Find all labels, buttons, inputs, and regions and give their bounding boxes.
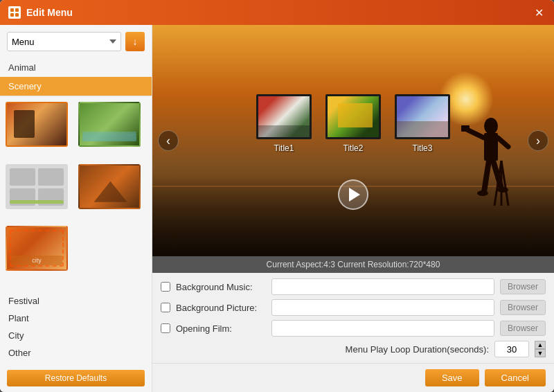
loop-spinner: ▲ ▼ [535, 341, 546, 357]
background-picture-browser-btn[interactable]: Browser [500, 300, 546, 315]
background-picture-input[interactable] [271, 299, 494, 316]
background-picture-row: Background Picture: Browser [161, 299, 546, 316]
close-button[interactable]: ✕ [532, 6, 546, 19]
extra-category-other[interactable]: Other [0, 344, 152, 362]
preview-thumb-3: Title3 [395, 94, 450, 153]
opening-film-browser-btn[interactable]: Browser [500, 321, 546, 336]
svg-rect-7 [461, 125, 470, 132]
edit-menu-dialog: Edit Menu ✕ Menu ↓ Animal Scenery [0, 0, 554, 392]
loop-duration-label: Menu Play Loop Duration(seconds): [346, 344, 489, 355]
svg-rect-1 [15, 8, 19, 12]
restore-defaults-button[interactable]: Restore Defaults [7, 370, 145, 386]
preview-area: ‹ › Title1 Title2 [152, 25, 554, 256]
next-arrow[interactable]: › [528, 130, 548, 151]
preview-thumb-2: Title2 [325, 94, 381, 153]
category-list: Animal Scenery [0, 58, 152, 96]
preview-thumb-label-2: Title2 [343, 143, 364, 153]
thumbnail-grid: city [0, 96, 152, 289]
background-picture-label: Background Picture: [176, 303, 266, 313]
thumbnail-4[interactable] [78, 164, 141, 209]
background-picture-checkbox[interactable] [161, 303, 170, 312]
background-music-input[interactable] [271, 278, 494, 295]
background-music-browser-btn[interactable]: Browser [500, 279, 546, 294]
thumbnail-5[interactable]: city [6, 226, 68, 271]
dialog-icon [8, 6, 21, 19]
loop-spin-up[interactable]: ▲ [535, 341, 546, 349]
svg-line-8 [498, 138, 508, 147]
menu-select-row: Menu ↓ [0, 25, 152, 58]
thumbnail-3[interactable] [6, 164, 68, 209]
svg-point-11 [477, 190, 488, 196]
thumbnail-1[interactable] [6, 102, 68, 147]
background-music-checkbox[interactable] [161, 282, 170, 292]
cancel-button[interactable]: Cancel [485, 369, 546, 386]
preview-thumb-img-1 [256, 94, 312, 139]
preview-thumb-label-3: Title3 [413, 143, 433, 153]
background-music-label: Background Music: [176, 282, 266, 292]
category-item-animal[interactable]: Animal [0, 58, 152, 77]
title-bar-left: Edit Menu [8, 6, 73, 19]
svg-point-4 [484, 118, 498, 134]
right-panel: ‹ › Title1 Title2 [152, 25, 554, 392]
extra-category-festival[interactable]: Festival [0, 292, 152, 310]
bottom-controls: Background Music: Browser Background Pic… [152, 273, 554, 363]
title-bar: Edit Menu ✕ [0, 0, 554, 25]
extra-category-plant[interactable]: Plant [0, 310, 152, 327]
play-button[interactable] [338, 179, 368, 210]
status-text: Current Aspect:4:3 Current Resolution:72… [267, 260, 440, 269]
preview-thumb-1: Title1 [256, 94, 312, 153]
preview-thumbnail-row: Title1 Title2 Title3 [256, 94, 450, 153]
preview-thumb-label-1: Title1 [274, 143, 294, 153]
prev-arrow[interactable]: ‹ [158, 130, 179, 151]
save-button[interactable]: Save [425, 369, 479, 386]
dialog-footer: Save Cancel [152, 363, 554, 392]
opening-film-row: Opening Film: Browser [161, 320, 546, 337]
preview-thumb-img-3 [395, 94, 450, 139]
left-panel: Menu ↓ Animal Scenery [0, 25, 152, 392]
svg-rect-0 [10, 8, 14, 12]
preview-thumb-img-2 [325, 94, 381, 139]
photographer-silhouette [460, 109, 522, 222]
svg-rect-3 [15, 13, 19, 17]
loop-duration-row: Menu Play Loop Duration(seconds): 30 ▲ ▼ [161, 341, 546, 357]
svg-rect-2 [10, 13, 14, 17]
extra-categories: Festival Plant City Other [0, 289, 152, 364]
loop-duration-input[interactable]: 30 [494, 341, 529, 357]
main-content: Menu ↓ Animal Scenery [0, 25, 554, 392]
opening-film-checkbox[interactable] [161, 323, 170, 333]
category-item-scenery[interactable]: Scenery [0, 77, 152, 96]
download-button[interactable]: ↓ [125, 32, 145, 51]
dialog-title: Edit Menu [26, 7, 73, 18]
svg-line-9 [484, 161, 489, 192]
opening-film-label: Opening Film: [176, 323, 266, 334]
menu-dropdown[interactable]: Menu [7, 32, 121, 51]
loop-spin-down[interactable]: ▼ [535, 349, 546, 357]
opening-film-input[interactable] [271, 320, 494, 337]
background-music-row: Background Music: Browser [161, 278, 546, 295]
thumbnail-2[interactable] [78, 102, 141, 147]
extra-category-city[interactable]: City [0, 327, 152, 344]
status-bar: Current Aspect:4:3 Current Resolution:72… [152, 256, 554, 273]
